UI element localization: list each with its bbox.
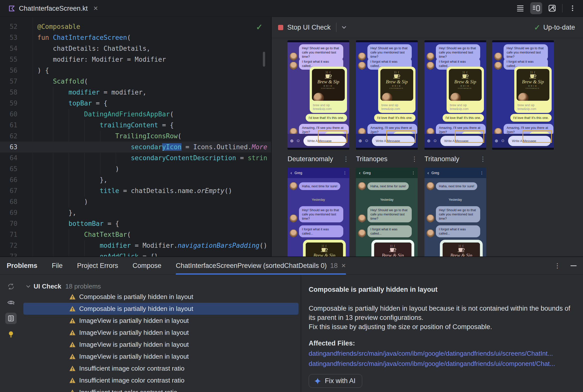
brew-sip-image: )) (Brew & SipOHIOCOFFEE&CO. xyxy=(306,242,343,256)
outgoing-message: I'd love that! It's this one. xyxy=(306,114,347,122)
brew-sip-card: )) (Brew & SipOHIOCOFFEE&CO. xyxy=(371,240,414,256)
code-text: title = chatDetails.name.orEmpty() xyxy=(18,187,232,194)
preview-phone[interactable]: ‹Greg⋮Haha, next time for sure!Yesterday… xyxy=(356,168,418,256)
file-tab[interactable]: ChatInterfaceScreen.kt ✕ xyxy=(6,2,101,14)
more-vertical-icon[interactable]: ⋮ xyxy=(554,262,560,270)
split-view-icon[interactable] xyxy=(530,2,542,14)
back-icon[interactable]: ‹ xyxy=(290,170,292,176)
message-bubble: I forgot what it was called... xyxy=(367,225,412,237)
avatar xyxy=(289,214,298,222)
preview-phone[interactable]: ‹Greg⋮Haha, next time for sure!Yesterday… xyxy=(287,168,349,256)
editor-vertical-scrollbar[interactable] xyxy=(263,52,265,67)
issue-highlight-box xyxy=(386,130,416,143)
preview-menu-icon[interactable]: ⋮ xyxy=(343,155,349,163)
preview-menu-icon[interactable]: ⋮ xyxy=(480,155,486,163)
panel-tab-chatinterfacescreenpreview-sor[interactable]: ChatInterfaceScreenPreview (sortedChatDe… xyxy=(176,257,346,274)
avatar xyxy=(289,62,298,70)
incoming-message: Haha, next time for sure! xyxy=(358,182,409,190)
coffee-cup-icon xyxy=(458,247,465,252)
problem-item[interactable]: Composable is partially hidden in layout xyxy=(22,291,297,303)
code-view-icon[interactable] xyxy=(514,2,526,14)
add-icon[interactable]: ⊕ xyxy=(495,138,498,144)
problems-group-header[interactable]: UI Check 18 problems xyxy=(27,280,101,292)
card-link: brew&sip.com xyxy=(310,107,347,113)
toolbar-separator xyxy=(562,4,562,12)
problem-item[interactable]: ImageView is partially hidden in layout xyxy=(22,326,297,338)
preview-phone[interactable]: Hey! Should we go to that cafe you menti… xyxy=(492,40,554,150)
panel-tab-problems[interactable]: Problems xyxy=(7,257,37,274)
coffee-photo xyxy=(450,93,461,101)
emoji-icon[interactable]: ☺ xyxy=(364,138,369,143)
design-view-icon[interactable] xyxy=(546,2,558,14)
brand-name: Brew & Sip xyxy=(454,79,476,84)
code-text: ) xyxy=(18,165,119,172)
issue-highlight-box xyxy=(522,130,552,143)
line-number: 61 xyxy=(0,122,18,129)
affected-file-link[interactable]: datingandfriends/src/main/java/com/ibm/g… xyxy=(309,360,575,368)
problem-item[interactable]: ImageView is partially hidden in layout xyxy=(22,315,297,326)
preview-phone[interactable]: Hey! Should we go to that cafe you menti… xyxy=(356,40,418,150)
line-number: 64 xyxy=(0,154,18,162)
menu-icon[interactable]: ⋮ xyxy=(480,171,484,175)
menu-icon[interactable]: ⋮ xyxy=(412,171,415,175)
brew-sip-card: )) (Brew & SipOHIOCOFFEE&CO.brew and sip… xyxy=(514,67,552,113)
code-line: 73 onAddClick = {} xyxy=(0,251,271,256)
refresh-icon[interactable] xyxy=(5,281,17,292)
back-icon[interactable]: ‹ xyxy=(427,170,429,176)
more-vertical-icon[interactable] xyxy=(566,2,578,14)
problem-item[interactable]: ImageView is partially hidden in layout xyxy=(22,350,297,362)
problem-body-text: Composable is partially hidden in layout… xyxy=(309,305,570,321)
avatar xyxy=(426,214,434,222)
code-editor[interactable]: 52@Composable53fun ChatInterfaceScreen(5… xyxy=(0,17,271,256)
problem-item[interactable]: Composable is partially hidden in layout xyxy=(24,303,299,315)
steam-icon: )) ( xyxy=(394,71,400,74)
incoming-message: Hey! Should we go to that cafe you menti… xyxy=(358,206,412,222)
emoji-icon[interactable]: ☺ xyxy=(501,138,505,143)
line-number: 59 xyxy=(0,100,18,107)
affected-file-link[interactable]: datingandfriends/src/main/java/com/ibm/g… xyxy=(309,350,575,358)
back-icon[interactable]: ‹ xyxy=(359,170,361,176)
tab-close-icon[interactable]: ✕ xyxy=(341,262,346,269)
preview-menu-icon[interactable]: ⋮ xyxy=(411,155,418,163)
preview-canvas[interactable]: Hey! Should we go to that cafe you menti… xyxy=(271,38,583,256)
brand-name: Brew & Sip xyxy=(522,79,544,84)
line-number: 60 xyxy=(0,110,18,118)
brand-arc: COFFEE&CO. xyxy=(389,88,404,89)
coffee-photo xyxy=(382,93,392,101)
add-icon[interactable]: ⊕ xyxy=(359,138,362,144)
menu-icon[interactable]: ⋮ xyxy=(343,171,347,175)
ui-check-preview-panel: Stop UI Check ✓ Up-to-date Hey! Should w… xyxy=(271,17,583,256)
problem-item[interactable]: Insufficient text color contrast ratio xyxy=(22,386,297,392)
code-line: 53fun ChatInterfaceScreen( xyxy=(0,32,271,43)
phone-bezel xyxy=(492,148,554,150)
emoji-icon[interactable]: ☺ xyxy=(433,138,437,143)
tab-label: Project Errors xyxy=(77,262,118,270)
panel-tab-compose[interactable]: Compose xyxy=(133,257,162,274)
add-icon[interactable]: ⊕ xyxy=(427,138,430,144)
brand-arc: COFFEE&CO. xyxy=(458,88,472,89)
preview-config-name: Deuteranomaly xyxy=(287,155,333,163)
preview-phone[interactable]: Hey! Should we go to that cafe you menti… xyxy=(424,40,486,150)
lightbulb-icon[interactable] xyxy=(5,328,17,340)
preview-phone[interactable]: ‹Greg⋮Haha, next time for sure!Yesterday… xyxy=(424,168,486,256)
emoji-icon[interactable]: ☺ xyxy=(296,138,300,143)
tab-close-icon[interactable]: ✕ xyxy=(93,5,98,12)
inspection-ok-icon[interactable]: ✓ xyxy=(256,22,263,32)
problem-item[interactable]: Insufficient image color contrast ratio xyxy=(22,362,297,374)
preview-filter-eye-icon[interactable] xyxy=(5,297,17,308)
code-line: 60 DatingAndFriendsAppBar( xyxy=(0,109,271,120)
stop-ui-check-button[interactable]: Stop UI Check xyxy=(271,24,331,31)
problem-item[interactable]: Insufficient image color contrast ratio xyxy=(22,374,297,386)
preview-phone[interactable]: Hey! Should we go to that cafe you menti… xyxy=(287,40,349,150)
panel-tab-file[interactable]: File xyxy=(52,257,63,274)
outgoing-message: I'd love that! It's this one. xyxy=(510,114,552,122)
problem-item[interactable]: ImageView is partially hidden in layout xyxy=(22,338,297,350)
brew-sip-card: )) (Brew & SipOHIOCOFFEE&CO. xyxy=(440,240,483,256)
minimize-icon[interactable] xyxy=(570,266,576,266)
fix-with-ai-button[interactable]: Fix with AI xyxy=(309,374,362,388)
details-view-icon[interactable] xyxy=(5,313,17,324)
panel-tab-project-errors[interactable]: Project Errors xyxy=(77,257,118,274)
add-icon[interactable]: ⊕ xyxy=(290,138,294,144)
chevron-down-icon[interactable] xyxy=(342,24,346,29)
avatar xyxy=(426,182,434,190)
